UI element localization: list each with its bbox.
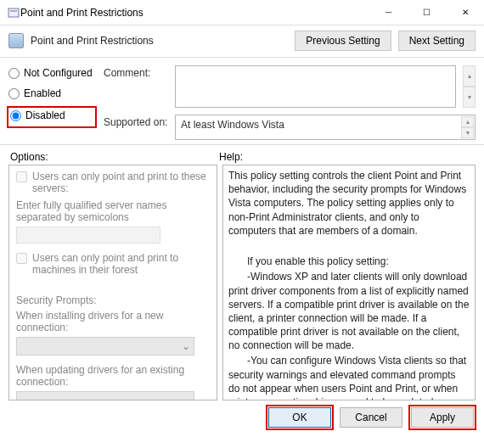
svg-rect-0 [8,8,19,17]
chk-forest-row: Users can only point and print to machin… [16,252,210,276]
chk-servers-label: Users can only point and print to these … [32,171,210,194]
divider [0,144,484,145]
radio-enabled[interactable]: Enabled [8,87,95,99]
install-label: When installing drivers for a new connec… [16,310,210,333]
chk-servers-row: Users can only point and print to these … [16,171,210,194]
options-label: Options: [10,151,219,163]
supported-row: Supported on: At least Windows Vista ▴▾ [104,115,476,140]
policy-title: Point and Print Restrictions [31,35,288,47]
comment-label: Comment: [104,65,168,79]
help-p1: This policy setting controls the client … [228,169,470,238]
window-title: Point and Print Restrictions [20,7,369,19]
chk-forest-label: Users can only point and print to machin… [32,252,210,276]
radio-disabled[interactable]: Disabled [10,109,93,121]
titlebar: Point and Print Restrictions ─ ☐ ✕ [0,0,484,25]
update-combo: ⌄ [16,391,194,400]
comment-input[interactable] [175,65,456,108]
radio-not-configured[interactable]: Not Configured [8,67,95,79]
radio-enabled-input[interactable] [8,88,20,99]
comment-row: Comment: ▴▾ [104,65,476,108]
security-prompts-label: Security Prompts: [16,294,210,306]
help-label: Help: [219,151,243,163]
chk-servers [16,171,27,182]
help-panel[interactable]: This policy setting controls the client … [222,165,476,400]
supported-value-box: At least Windows Vista ▴▾ [175,115,476,140]
radio-not-configured-input[interactable] [8,68,20,79]
upper-panel: Not Configured Enabled Disabled Comment:… [0,59,484,143]
svg-rect-1 [10,10,17,12]
supported-scroll[interactable]: ▴▾ [461,116,474,138]
cancel-button[interactable]: Cancel [340,407,402,428]
mid-column: Comment: ▴▾ Supported on: At least Windo… [104,65,476,140]
radio-disabled-input[interactable] [10,110,21,121]
update-label: When updating drivers for an existing co… [16,364,210,388]
help-p4: -You can configure Windows Vista clients… [228,354,470,400]
install-combo: ⌄ [16,337,194,356]
previous-setting-button[interactable]: Previous Setting [295,31,391,51]
section-labels: Options: Help: [0,146,484,165]
chevron-down-icon: ⌄ [182,395,190,400]
chevron-down-icon: ⌄ [182,340,190,352]
state-radios: Not Configured Enabled Disabled [8,65,95,140]
radio-disabled-label: Disabled [25,109,65,121]
policy-icon [8,33,24,48]
help-p2: If you enable this policy setting: [228,255,470,268]
maximize-button[interactable]: ☐ [408,0,446,25]
options-panel[interactable]: Users can only point and print to these … [8,165,217,400]
next-setting-button[interactable]: Next Setting [398,31,476,51]
close-button[interactable]: ✕ [446,0,484,25]
supported-value: At least Windows Vista [181,119,284,131]
divider [0,57,484,58]
radio-not-configured-label: Not Configured [24,67,93,79]
app-icon [7,6,20,20]
lower-panel: Users can only point and print to these … [0,165,484,400]
header-row: Point and Print Restrictions Previous Se… [0,25,484,56]
footer: OK Cancel Apply [0,400,484,434]
supported-label: Supported on: [104,115,168,128]
help-p3: -Windows XP and later clients will only … [228,270,470,352]
servers-hint: Enter fully qualified server names separ… [16,199,210,223]
radio-enabled-label: Enabled [24,87,61,99]
chk-forest [16,253,27,264]
servers-input [16,227,160,244]
ok-button[interactable]: OK [268,407,331,428]
highlight-disabled: Disabled [7,106,97,128]
minimize-button[interactable]: ─ [369,0,408,25]
comment-scroll[interactable]: ▴▾ [463,65,476,108]
apply-button[interactable]: Apply [411,407,474,428]
